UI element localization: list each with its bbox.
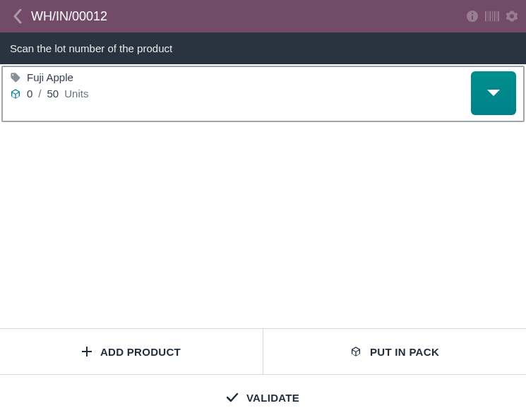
- qty-separator: /: [38, 88, 41, 100]
- plus-icon: [82, 347, 92, 356]
- content-spacer: [0, 124, 526, 328]
- svg-rect-5: [489, 11, 491, 22]
- barcode-button[interactable]: [485, 9, 499, 23]
- put-in-pack-label: PUT IN PACK: [370, 346, 439, 358]
- add-product-button[interactable]: ADD PRODUCT: [0, 329, 263, 374]
- bottom-row-2: VALIDATE: [0, 374, 526, 420]
- svg-rect-6: [492, 11, 493, 22]
- chevron-left-icon: [12, 8, 22, 24]
- svg-rect-4: [488, 11, 489, 22]
- uom-label: Units: [64, 88, 88, 100]
- gear-icon: [506, 10, 518, 23]
- put-in-pack-button[interactable]: PUT IN PACK: [263, 329, 526, 374]
- qty-done: 0: [27, 88, 32, 100]
- svg-rect-7: [494, 11, 496, 22]
- cube-icon: [10, 88, 21, 100]
- top-bar: WH/IN/00012: [0, 0, 526, 32]
- lines-container: Fuji Apple 0 / 50 Units: [0, 64, 526, 124]
- scan-instruction: Scan the lot number of the product: [0, 32, 526, 64]
- bottom-bar: ADD PRODUCT PUT IN PACK VALIDATE: [0, 328, 526, 420]
- page-title: WH/IN/00012: [31, 9, 465, 24]
- barcode-icon: [485, 11, 499, 22]
- product-line[interactable]: Fuji Apple 0 / 50 Units: [1, 66, 525, 122]
- app-root: WH/IN/00012 Scan the lot numb: [0, 0, 526, 420]
- back-button[interactable]: [3, 0, 31, 32]
- svg-rect-1: [472, 16, 473, 20]
- topbar-actions: [465, 9, 519, 23]
- package-icon: [350, 346, 361, 357]
- qty-demand: 50: [47, 88, 59, 100]
- validate-button[interactable]: VALIDATE: [0, 375, 526, 420]
- product-row: Fuji Apple: [10, 71, 471, 83]
- settings-button[interactable]: [505, 9, 519, 23]
- product-name: Fuji Apple: [27, 71, 73, 83]
- svg-rect-3: [485, 11, 486, 22]
- svg-rect-9: [498, 11, 499, 22]
- product-line-info: Fuji Apple 0 / 50 Units: [10, 71, 471, 115]
- svg-rect-2: [472, 13, 473, 14]
- expand-line-button[interactable]: [471, 71, 516, 115]
- caret-down-icon: [486, 88, 501, 98]
- info-icon: [466, 10, 479, 23]
- validate-label: VALIDATE: [246, 392, 299, 404]
- bottom-row-1: ADD PRODUCT PUT IN PACK: [0, 329, 526, 374]
- add-product-label: ADD PRODUCT: [100, 346, 181, 358]
- check-icon: [227, 392, 238, 402]
- svg-rect-8: [496, 11, 497, 22]
- tag-icon: [10, 72, 21, 83]
- quantity-row: 0 / 50 Units: [10, 88, 471, 100]
- info-button[interactable]: [465, 9, 479, 23]
